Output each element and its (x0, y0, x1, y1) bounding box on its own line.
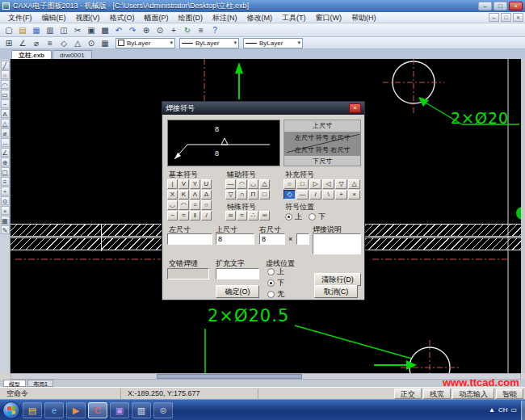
minimize-button[interactable]: – (478, 2, 492, 10)
menu-item[interactable]: 标注(N) (208, 12, 242, 23)
model-tab[interactable]: 布局1 (27, 380, 53, 387)
maximize-button[interactable]: □ (494, 2, 507, 10)
color-combo[interactable]: ByLayer ▾ (116, 38, 175, 48)
erase-tool-icon[interactable]: × (1, 206, 10, 215)
extend-text-input[interactable] (216, 268, 259, 279)
redraw-icon[interactable]: ↻ (181, 24, 194, 36)
aux-symbol-button[interactable]: △ (259, 179, 270, 189)
special-symbol-button[interactable]: ≃ (225, 211, 236, 220)
triangle-icon[interactable]: △ (71, 37, 84, 48)
supp-symbol-button[interactable]: ○ (284, 179, 296, 189)
circle-tool-icon[interactable]: ○ (1, 70, 10, 79)
diameter-icon[interactable]: ⌀ (30, 37, 43, 48)
model-tab[interactable]: 模型 (3, 380, 26, 387)
lineweight-combo[interactable]: ByLayer ▾ (243, 38, 303, 48)
tray-expand-icon[interactable]: ▲ (489, 406, 495, 414)
aux-symbol-button[interactable]: ∩ (237, 190, 247, 200)
undo-icon[interactable]: ↶ (112, 24, 125, 36)
document-tab[interactable]: drw0001 (52, 50, 92, 59)
basic-symbol-button[interactable]: ≈ (178, 211, 189, 220)
angle-icon[interactable]: ∠ (16, 37, 29, 48)
stagger-weld-input[interactable] (167, 268, 209, 279)
right-dim-input[interactable] (259, 233, 285, 245)
special-symbol-button[interactable]: ∞ (259, 211, 270, 220)
menu-item[interactable]: 窗口(W) (311, 12, 347, 23)
center-tool-icon[interactable]: ⊙ (1, 196, 10, 205)
supp-symbol-button[interactable]: + (335, 190, 347, 200)
supp-symbol-button[interactable]: ▽ (335, 179, 347, 189)
basic-symbol-button[interactable]: / (201, 211, 212, 220)
language-indicator[interactable]: CH (498, 406, 508, 414)
hatch-icon[interactable]: ▦ (99, 37, 111, 48)
layer-manager-icon[interactable]: ≡ (195, 24, 208, 36)
basic-symbol-button[interactable]: X (167, 190, 178, 200)
supp-symbol-button[interactable]: / (309, 190, 321, 200)
line-tool-icon[interactable]: ╱ (1, 61, 10, 69)
hatch-tool-icon[interactable]: ▦ (1, 216, 10, 225)
ok-button[interactable]: 确定(O) (216, 285, 259, 298)
supp-symbol-button[interactable]: \ (322, 190, 334, 200)
aux-symbol-button[interactable]: ◡ (248, 179, 258, 189)
grid-icon[interactable]: ⊞ (2, 37, 15, 48)
basic-symbol-button[interactable]: | (167, 179, 178, 189)
basic-symbol-button[interactable]: ~ (167, 211, 178, 220)
aux-symbol-button[interactable]: ◠ (237, 179, 247, 189)
zoom-extents-icon[interactable]: ⊙ (153, 24, 166, 36)
supp-symbol-button[interactable]: △ (348, 179, 360, 189)
aux-symbol-button[interactable]: □ (259, 190, 270, 200)
dashline-position-radio[interactable]: 下 (267, 278, 284, 288)
supp-symbol-button[interactable]: ◁ (322, 179, 334, 189)
polygon-tool-icon[interactable]: △ (1, 119, 10, 128)
open-folder-icon[interactable]: ▤ (16, 24, 29, 36)
center-icon[interactable]: ⊙ (85, 37, 98, 48)
basic-symbol-button[interactable]: U (201, 179, 212, 189)
pan-icon[interactable]: + (167, 24, 180, 36)
media-player-icon[interactable]: ▶ (66, 402, 86, 418)
keyboard-icon[interactable]: ▭ (510, 406, 517, 414)
point-tool-icon[interactable]: ⊕ (1, 158, 10, 166)
block-tool-icon[interactable]: ▢ (1, 167, 10, 176)
caxa-icon[interactable]: C (88, 402, 107, 418)
basic-symbol-button[interactable]: Δ (201, 190, 212, 200)
special-symbol-button[interactable]: ≈ (237, 211, 247, 220)
basic-symbol-button[interactable]: ‖ (190, 211, 200, 220)
left-dim-input[interactable] (167, 233, 212, 245)
status-toggle-button[interactable]: 智能 (496, 388, 523, 399)
diameter-dim-icon[interactable]: ⌀ (1, 128, 10, 137)
document-tab[interactable]: 立柱.exb (11, 50, 52, 59)
menu-item[interactable]: 帮助(H) (346, 12, 381, 23)
zoom-in-icon[interactable]: ⊕ (140, 24, 153, 36)
notepad-icon[interactable]: ▥ (132, 402, 151, 418)
clear-row-button[interactable]: 清除行(D) (314, 273, 361, 286)
menu-item[interactable]: 幅面(P) (140, 12, 174, 23)
basic-symbol-button[interactable]: K (178, 190, 189, 200)
status-toggle-button[interactable]: 线宽 (423, 388, 451, 399)
linetype-icon[interactable]: ≡ (44, 37, 57, 48)
basic-symbol-button[interactable]: ◡ (167, 200, 178, 210)
dialog-close-button[interactable]: × (349, 103, 361, 113)
help-icon[interactable]: ? (208, 24, 221, 36)
linear-dim-icon[interactable]: ↔ (1, 138, 10, 147)
copy-icon[interactable]: ▣ (85, 24, 98, 36)
ie-icon[interactable]: e (44, 402, 64, 418)
dialog-titlebar[interactable]: 焊接符号 × (162, 102, 364, 115)
close-button[interactable]: × (509, 2, 523, 10)
cancel-button[interactable]: 取消(C) (314, 285, 358, 298)
start-button[interactable] (2, 401, 20, 419)
plus-tool-icon[interactable]: + (1, 187, 10, 195)
supp-symbol-button[interactable]: × (348, 190, 360, 200)
spline-tool-icon[interactable]: ~ (1, 99, 10, 108)
show-desktop-button[interactable] (521, 401, 525, 420)
basic-symbol-button[interactable]: ○ (201, 200, 212, 210)
aux-symbol-button[interactable]: ▽ (225, 190, 236, 200)
menu-item[interactable]: 工具(T) (277, 12, 311, 23)
layers-tool-icon[interactable]: ≡ (1, 177, 10, 186)
symbol-position-radio[interactable]: 上 (285, 212, 302, 222)
basic-symbol-button[interactable]: V (178, 179, 189, 189)
save-icon[interactable]: ▦ (30, 24, 43, 36)
arc-tool-icon[interactable]: ◠ (1, 80, 10, 89)
cut-icon[interactable]: ✂ (71, 24, 84, 36)
scrollbar-thumb[interactable] (157, 374, 302, 379)
dashline-position-radio[interactable]: 上 (267, 267, 284, 277)
supp-symbol-button[interactable]: ▷ (309, 179, 321, 189)
